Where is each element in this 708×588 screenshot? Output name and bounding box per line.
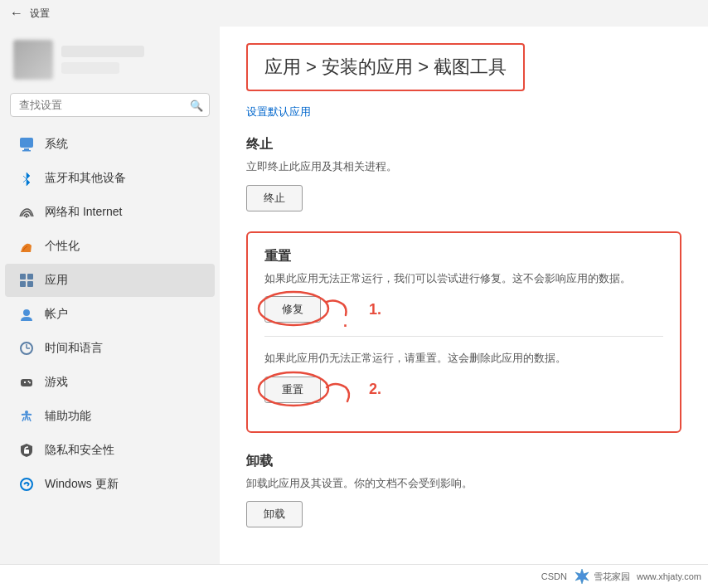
window-title: 设置 bbox=[30, 7, 50, 21]
sidebar-item-label: 帐户 bbox=[45, 307, 68, 322]
privacy-icon bbox=[18, 442, 35, 459]
annotation-2-label: 2. bbox=[369, 381, 381, 398]
sidebar-item-label: Windows 更新 bbox=[45, 477, 119, 492]
title-bar: ← 设置 bbox=[0, 0, 708, 27]
sidebar: 🔍 系统 蓝牙和其他设备 网络和 Internet bbox=[0, 27, 220, 564]
svg-rect-0 bbox=[20, 138, 33, 148]
sidebar-item-label: 游戏 bbox=[45, 375, 68, 390]
terminate-desc: 立即终止此应用及其相关进程。 bbox=[246, 158, 681, 175]
sidebar-item-network[interactable]: 网络和 Internet bbox=[5, 196, 215, 229]
personalization-icon bbox=[18, 238, 35, 255]
sidebar-item-gaming[interactable]: 游戏 bbox=[5, 366, 215, 399]
watermark-label: 雪花家园 bbox=[594, 571, 630, 583]
bluetooth-icon bbox=[18, 170, 35, 187]
sidebar-item-windows-update[interactable]: Windows 更新 bbox=[5, 468, 215, 501]
annotation-1-label: 1. bbox=[369, 301, 381, 318]
svg-point-16 bbox=[29, 382, 31, 384]
accounts-icon bbox=[18, 306, 35, 323]
svg-point-19 bbox=[21, 479, 32, 490]
sidebar-item-label: 隐私和安全性 bbox=[45, 443, 114, 458]
watermark-url: www.xhjaty.com bbox=[637, 571, 701, 581]
uninstall-section: 卸载 卸载此应用及其设置。你的文档不会受到影响。 卸载 bbox=[246, 453, 681, 528]
svg-rect-5 bbox=[27, 274, 33, 279]
sidebar-profile bbox=[0, 27, 220, 86]
search-box[interactable]: 🔍 bbox=[10, 93, 210, 117]
system-icon bbox=[18, 136, 35, 153]
back-arrow[interactable]: ← bbox=[10, 6, 23, 21]
time-icon bbox=[18, 340, 35, 357]
terminate-title: 终止 bbox=[246, 136, 681, 153]
section-divider bbox=[264, 336, 663, 337]
reset-section: 重置 如果此应用无法正常运行，我们可以尝试进行修复。这不会影响应用的数据。 修复… bbox=[246, 231, 681, 433]
reset-desc: 如果此应用仍无法正常运行，请重置。这会删除此应用的数据。 bbox=[264, 350, 663, 367]
search-input[interactable] bbox=[10, 93, 210, 117]
sidebar-item-label: 系统 bbox=[45, 137, 68, 152]
svg-rect-4 bbox=[20, 274, 26, 279]
sidebar-item-time[interactable]: 时间和语言 bbox=[5, 332, 215, 365]
sidebar-item-label: 应用 bbox=[45, 273, 68, 288]
sidebar-item-accounts[interactable]: 帐户 bbox=[5, 298, 215, 331]
repair-subsection: 如果此应用无法正常运行，我们可以尝试进行修复。这不会影响应用的数据。 修复 . … bbox=[264, 270, 663, 323]
svg-point-8 bbox=[23, 309, 30, 316]
uninstall-button[interactable]: 卸载 bbox=[246, 501, 303, 527]
terminate-button[interactable]: 终止 bbox=[246, 185, 303, 211]
windows-update-icon bbox=[18, 476, 35, 493]
accessibility-icon bbox=[18, 408, 35, 425]
svg-rect-1 bbox=[24, 148, 29, 150]
sidebar-item-label: 个性化 bbox=[45, 239, 80, 254]
sidebar-item-bluetooth[interactable]: 蓝牙和其他设备 bbox=[5, 162, 215, 195]
svg-rect-7 bbox=[27, 281, 33, 287]
reset-subsection: 如果此应用仍无法正常运行，请重置。这会删除此应用的数据。 重置 2. bbox=[264, 350, 663, 403]
sidebar-nav: 系统 蓝牙和其他设备 网络和 Internet 个性化 bbox=[0, 124, 220, 564]
apps-icon bbox=[18, 272, 35, 289]
search-icon: 🔍 bbox=[190, 99, 203, 111]
sidebar-item-label: 蓝牙和其他设备 bbox=[45, 171, 126, 186]
sidebar-item-label: 网络和 Internet bbox=[45, 205, 122, 220]
svg-text:.: . bbox=[343, 313, 347, 330]
svg-rect-2 bbox=[22, 150, 31, 152]
profile-name bbox=[61, 46, 144, 57]
csdn-label: CSDN bbox=[541, 571, 567, 581]
repair-button[interactable]: 修复 bbox=[264, 296, 321, 323]
sidebar-item-privacy[interactable]: 隐私和安全性 bbox=[5, 434, 215, 467]
sidebar-item-label: 时间和语言 bbox=[45, 341, 103, 356]
sidebar-item-accessibility[interactable]: 辅助功能 bbox=[5, 400, 215, 433]
svg-point-15 bbox=[28, 381, 30, 382]
avatar bbox=[13, 40, 53, 80]
sidebar-item-system[interactable]: 系统 bbox=[5, 128, 215, 161]
svg-rect-6 bbox=[20, 281, 26, 287]
breadcrumb: 应用 > 安装的应用 > 截图工具 bbox=[264, 56, 507, 77]
gaming-icon bbox=[18, 374, 35, 391]
svg-point-17 bbox=[25, 411, 28, 414]
repair-desc: 如果此应用无法正常运行，我们可以尝试进行修复。这不会影响应用的数据。 bbox=[264, 270, 663, 287]
uninstall-title: 卸载 bbox=[246, 453, 681, 470]
reset-button[interactable]: 重置 bbox=[264, 377, 321, 403]
terminate-section: 终止 立即终止此应用及其相关进程。 终止 bbox=[246, 136, 681, 211]
svg-rect-18 bbox=[24, 450, 29, 454]
profile-sub bbox=[61, 62, 119, 74]
uninstall-desc: 卸载此应用及其设置。你的文档不会受到影响。 bbox=[246, 475, 681, 492]
breadcrumb-box: 应用 > 安装的应用 > 截图工具 bbox=[246, 43, 525, 91]
reset-title: 重置 bbox=[264, 248, 663, 265]
sidebar-item-label: 辅助功能 bbox=[45, 409, 91, 424]
snowflake-icon bbox=[574, 568, 590, 585]
content-area: 应用 > 安装的应用 > 截图工具 设置默认应用 终止 立即终止此应用及其相关进… bbox=[220, 27, 708, 564]
sidebar-item-apps[interactable]: 应用 bbox=[5, 264, 215, 297]
set-default-link[interactable]: 设置默认应用 bbox=[246, 104, 681, 119]
svg-point-3 bbox=[26, 216, 28, 218]
bottom-bar: CSDN 雪花家园 www.xhjaty.com bbox=[0, 564, 708, 588]
sidebar-item-personalization[interactable]: 个性化 bbox=[5, 230, 215, 263]
network-icon bbox=[18, 204, 35, 221]
svg-marker-23 bbox=[575, 569, 589, 584]
